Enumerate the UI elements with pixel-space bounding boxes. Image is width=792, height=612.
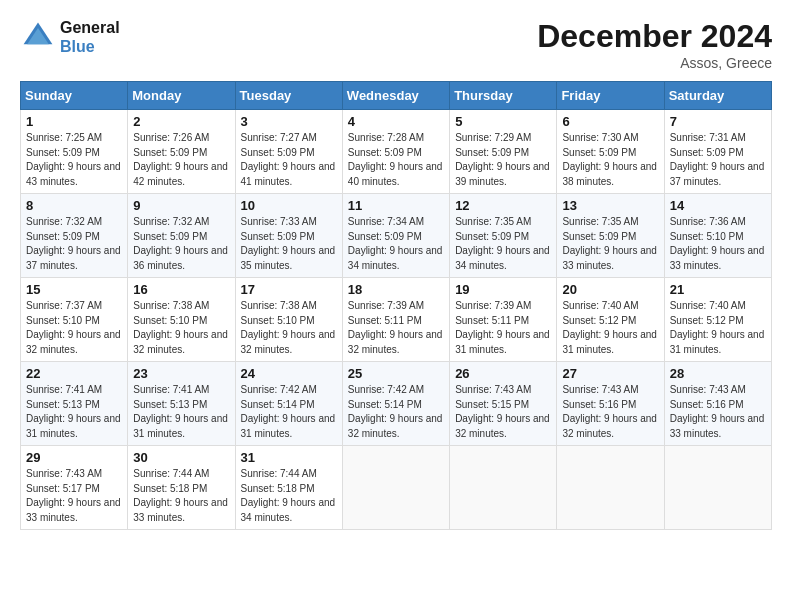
day-info: Sunrise: 7:44 AM Sunset: 5:18 PM Dayligh… (133, 467, 229, 525)
day-number: 4 (348, 114, 444, 129)
day-info: Sunrise: 7:32 AM Sunset: 5:09 PM Dayligh… (26, 215, 122, 273)
day-info: Sunrise: 7:34 AM Sunset: 5:09 PM Dayligh… (348, 215, 444, 273)
logo-text: General Blue (60, 18, 120, 56)
day-info: Sunrise: 7:30 AM Sunset: 5:09 PM Dayligh… (562, 131, 658, 189)
calendar-table: Sunday Monday Tuesday Wednesday Thursday… (20, 81, 772, 530)
day-info: Sunrise: 7:40 AM Sunset: 5:12 PM Dayligh… (670, 299, 766, 357)
day-number: 8 (26, 198, 122, 213)
logo: General Blue (20, 18, 120, 56)
table-row: 24 Sunrise: 7:42 AM Sunset: 5:14 PM Dayl… (235, 362, 342, 446)
day-number: 30 (133, 450, 229, 465)
table-row: 9 Sunrise: 7:32 AM Sunset: 5:09 PM Dayli… (128, 194, 235, 278)
table-row (557, 446, 664, 530)
col-wednesday: Wednesday (342, 82, 449, 110)
table-row: 6 Sunrise: 7:30 AM Sunset: 5:09 PM Dayli… (557, 110, 664, 194)
day-number: 6 (562, 114, 658, 129)
day-info: Sunrise: 7:42 AM Sunset: 5:14 PM Dayligh… (348, 383, 444, 441)
day-number: 3 (241, 114, 337, 129)
day-number: 26 (455, 366, 551, 381)
day-number: 18 (348, 282, 444, 297)
header: General Blue December 2024 Assos, Greece (20, 18, 772, 71)
day-info: Sunrise: 7:42 AM Sunset: 5:14 PM Dayligh… (241, 383, 337, 441)
calendar-week-row: 1 Sunrise: 7:25 AM Sunset: 5:09 PM Dayli… (21, 110, 772, 194)
table-row: 15 Sunrise: 7:37 AM Sunset: 5:10 PM Dayl… (21, 278, 128, 362)
calendar-week-row: 8 Sunrise: 7:32 AM Sunset: 5:09 PM Dayli… (21, 194, 772, 278)
day-info: Sunrise: 7:26 AM Sunset: 5:09 PM Dayligh… (133, 131, 229, 189)
day-info: Sunrise: 7:43 AM Sunset: 5:15 PM Dayligh… (455, 383, 551, 441)
day-number: 20 (562, 282, 658, 297)
day-number: 11 (348, 198, 444, 213)
col-sunday: Sunday (21, 82, 128, 110)
table-row: 8 Sunrise: 7:32 AM Sunset: 5:09 PM Dayli… (21, 194, 128, 278)
table-row: 23 Sunrise: 7:41 AM Sunset: 5:13 PM Dayl… (128, 362, 235, 446)
day-info: Sunrise: 7:31 AM Sunset: 5:09 PM Dayligh… (670, 131, 766, 189)
day-info: Sunrise: 7:25 AM Sunset: 5:09 PM Dayligh… (26, 131, 122, 189)
day-number: 19 (455, 282, 551, 297)
day-number: 2 (133, 114, 229, 129)
logo-line2: Blue (60, 37, 120, 56)
table-row (342, 446, 449, 530)
month-title: December 2024 (537, 18, 772, 55)
day-info: Sunrise: 7:38 AM Sunset: 5:10 PM Dayligh… (241, 299, 337, 357)
table-row: 25 Sunrise: 7:42 AM Sunset: 5:14 PM Dayl… (342, 362, 449, 446)
table-row: 26 Sunrise: 7:43 AM Sunset: 5:15 PM Dayl… (450, 362, 557, 446)
day-info: Sunrise: 7:27 AM Sunset: 5:09 PM Dayligh… (241, 131, 337, 189)
table-row: 31 Sunrise: 7:44 AM Sunset: 5:18 PM Dayl… (235, 446, 342, 530)
day-info: Sunrise: 7:38 AM Sunset: 5:10 PM Dayligh… (133, 299, 229, 357)
day-info: Sunrise: 7:39 AM Sunset: 5:11 PM Dayligh… (455, 299, 551, 357)
day-number: 29 (26, 450, 122, 465)
day-number: 1 (26, 114, 122, 129)
table-row: 21 Sunrise: 7:40 AM Sunset: 5:12 PM Dayl… (664, 278, 771, 362)
day-info: Sunrise: 7:41 AM Sunset: 5:13 PM Dayligh… (26, 383, 122, 441)
day-number: 21 (670, 282, 766, 297)
day-number: 10 (241, 198, 337, 213)
col-monday: Monday (128, 82, 235, 110)
day-info: Sunrise: 7:33 AM Sunset: 5:09 PM Dayligh… (241, 215, 337, 273)
day-info: Sunrise: 7:43 AM Sunset: 5:16 PM Dayligh… (670, 383, 766, 441)
table-row: 16 Sunrise: 7:38 AM Sunset: 5:10 PM Dayl… (128, 278, 235, 362)
day-info: Sunrise: 7:29 AM Sunset: 5:09 PM Dayligh… (455, 131, 551, 189)
calendar-header-row: Sunday Monday Tuesday Wednesday Thursday… (21, 82, 772, 110)
page-container: General Blue December 2024 Assos, Greece… (0, 0, 792, 540)
col-saturday: Saturday (664, 82, 771, 110)
table-row: 29 Sunrise: 7:43 AM Sunset: 5:17 PM Dayl… (21, 446, 128, 530)
col-tuesday: Tuesday (235, 82, 342, 110)
table-row: 13 Sunrise: 7:35 AM Sunset: 5:09 PM Dayl… (557, 194, 664, 278)
table-row: 30 Sunrise: 7:44 AM Sunset: 5:18 PM Dayl… (128, 446, 235, 530)
day-info: Sunrise: 7:36 AM Sunset: 5:10 PM Dayligh… (670, 215, 766, 273)
day-info: Sunrise: 7:43 AM Sunset: 5:16 PM Dayligh… (562, 383, 658, 441)
day-info: Sunrise: 7:35 AM Sunset: 5:09 PM Dayligh… (455, 215, 551, 273)
day-number: 9 (133, 198, 229, 213)
day-info: Sunrise: 7:35 AM Sunset: 5:09 PM Dayligh… (562, 215, 658, 273)
table-row: 5 Sunrise: 7:29 AM Sunset: 5:09 PM Dayli… (450, 110, 557, 194)
table-row: 27 Sunrise: 7:43 AM Sunset: 5:16 PM Dayl… (557, 362, 664, 446)
table-row: 2 Sunrise: 7:26 AM Sunset: 5:09 PM Dayli… (128, 110, 235, 194)
table-row: 17 Sunrise: 7:38 AM Sunset: 5:10 PM Dayl… (235, 278, 342, 362)
calendar-week-row: 22 Sunrise: 7:41 AM Sunset: 5:13 PM Dayl… (21, 362, 772, 446)
day-number: 17 (241, 282, 337, 297)
table-row (450, 446, 557, 530)
day-info: Sunrise: 7:37 AM Sunset: 5:10 PM Dayligh… (26, 299, 122, 357)
day-number: 15 (26, 282, 122, 297)
day-number: 5 (455, 114, 551, 129)
table-row: 28 Sunrise: 7:43 AM Sunset: 5:16 PM Dayl… (664, 362, 771, 446)
logo-icon (20, 19, 56, 55)
logo-line1: General (60, 18, 120, 37)
col-friday: Friday (557, 82, 664, 110)
location: Assos, Greece (537, 55, 772, 71)
calendar-week-row: 29 Sunrise: 7:43 AM Sunset: 5:17 PM Dayl… (21, 446, 772, 530)
title-block: December 2024 Assos, Greece (537, 18, 772, 71)
table-row: 3 Sunrise: 7:27 AM Sunset: 5:09 PM Dayli… (235, 110, 342, 194)
table-row: 19 Sunrise: 7:39 AM Sunset: 5:11 PM Dayl… (450, 278, 557, 362)
day-number: 14 (670, 198, 766, 213)
day-number: 25 (348, 366, 444, 381)
day-number: 7 (670, 114, 766, 129)
day-number: 12 (455, 198, 551, 213)
table-row: 11 Sunrise: 7:34 AM Sunset: 5:09 PM Dayl… (342, 194, 449, 278)
table-row (664, 446, 771, 530)
table-row: 1 Sunrise: 7:25 AM Sunset: 5:09 PM Dayli… (21, 110, 128, 194)
day-number: 24 (241, 366, 337, 381)
day-info: Sunrise: 7:32 AM Sunset: 5:09 PM Dayligh… (133, 215, 229, 273)
table-row: 10 Sunrise: 7:33 AM Sunset: 5:09 PM Dayl… (235, 194, 342, 278)
day-info: Sunrise: 7:39 AM Sunset: 5:11 PM Dayligh… (348, 299, 444, 357)
